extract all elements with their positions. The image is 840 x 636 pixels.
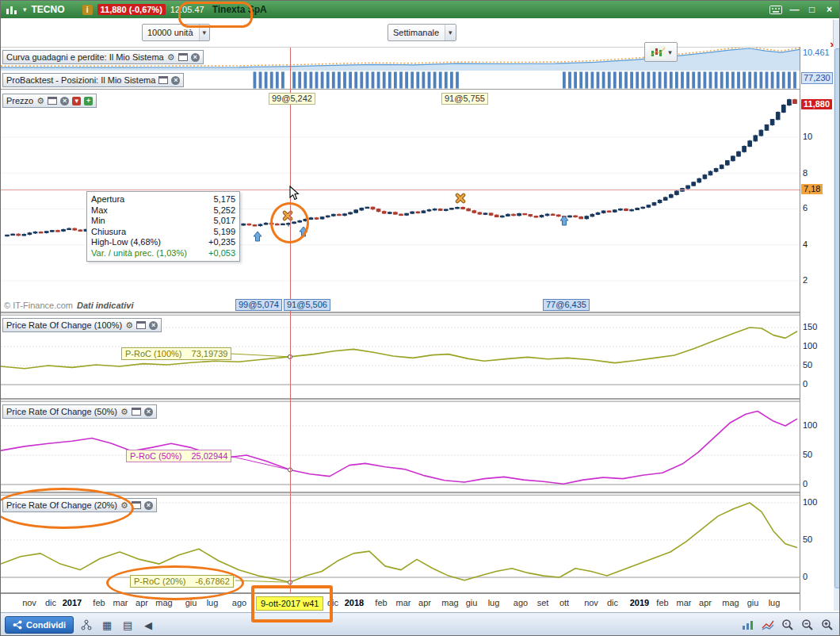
molecule-icon[interactable]: [78, 617, 94, 633]
scale-value: 100: [803, 420, 817, 431]
mini-chart-icon[interactable]: [6, 5, 18, 15]
title-bar: ▾ TECNO i 11,880 (-0,67%) 12.05.47 Tinex…: [1, 1, 839, 18]
time-axis[interactable]: 9-ott-2017 w41 novdic2017febmaraprmaggiu…: [1, 593, 800, 612]
date-label: ott: [551, 598, 578, 607]
chart-style-icon: [650, 46, 666, 59]
equity-panel-header[interactable]: Curva guadagni e perdite: Il Mio Sistema…: [2, 50, 204, 64]
date-label: apr: [411, 598, 438, 607]
sell-arrow-icon[interactable]: ▼: [72, 97, 81, 105]
chevron-down-icon[interactable]: ▾: [199, 25, 210, 40]
add-indicator-icon[interactable]: +: [84, 97, 93, 105]
price-panel-header[interactable]: Prezzo ⚙ × ▼ +: [2, 94, 97, 108]
position-label[interactable]: 99@5,074: [235, 299, 282, 311]
close-icon[interactable]: ×: [171, 76, 180, 85]
layout-icon[interactable]: ▤: [120, 617, 136, 633]
units-dropdown[interactable]: 10000 unità ▾: [142, 24, 210, 41]
scale-value: 0: [803, 379, 808, 389]
cursor-date-label: 9-ott-2017 w41: [256, 596, 323, 611]
maximize-button[interactable]: □: [807, 4, 817, 15]
zoom-in-icon[interactable]: [819, 617, 835, 633]
roc20-label-value: -6,67862: [195, 576, 229, 587]
timeframe-dropdown[interactable]: Settimanale ▾: [388, 24, 456, 41]
copyright-note: © IT-Finance.comDati indicativi: [4, 301, 134, 310]
minimize-button[interactable]: —: [789, 4, 800, 15]
quote-time: 12.05.47: [170, 5, 204, 14]
symbol-label[interactable]: TECNO: [32, 4, 65, 15]
window-icon[interactable]: [136, 321, 146, 329]
order-label[interactable]: 99@5,242: [269, 93, 315, 105]
scale-value: 100: [803, 341, 817, 351]
tooltip-row: Chiusura5,199: [91, 227, 235, 238]
symbol-dropdown-caret[interactable]: ▾: [23, 6, 27, 13]
price-change-badge: 11,880 (-0,67%): [97, 4, 166, 15]
zoom-out-icon[interactable]: [800, 617, 815, 633]
company-name: Tinexta SpA: [212, 4, 267, 15]
position-label[interactable]: 91@5,506: [284, 299, 330, 311]
roc20-panel-header[interactable]: Price Rate Of Change (20%) ⚙ ×: [2, 498, 157, 512]
scale-value: 150: [803, 322, 817, 332]
close-button[interactable]: ×: [824, 4, 834, 15]
order-label[interactable]: 91@5,755: [441, 93, 488, 105]
date-label: 2018: [341, 598, 368, 607]
roc100-label-value: 73,19739: [192, 348, 228, 359]
roc100-label-text: P-RoC (100%): [125, 348, 182, 359]
chevron-down-icon: ▾: [668, 48, 672, 56]
close-icon[interactable]: ×: [144, 501, 153, 510]
tooltip-row: Max5,252: [91, 205, 235, 216]
chart-pin-icon[interactable]: [740, 617, 756, 633]
chart-overlay-icon[interactable]: [760, 617, 776, 633]
position-label[interactable]: 77@6,435: [543, 299, 590, 311]
positions-panel-title: ProBacktest - Posizioni: Il Mio Sistema: [6, 75, 155, 85]
window-icon[interactable]: [48, 97, 57, 105]
buy-arrow-marker: [254, 232, 262, 241]
date-label: lug: [480, 598, 507, 607]
chart-style-button[interactable]: ▾: [644, 42, 678, 62]
vertical-scrollbar[interactable]: [833, 20, 840, 611]
share-button[interactable]: Condividi: [5, 616, 74, 634]
trading-app-window: ▾ TECNO i 11,880 (-0,67%) 12.05.47 Tinex…: [0, 0, 840, 636]
wrench-icon[interactable]: ⚙: [167, 52, 175, 62]
roc20-label-text: P-RoC (20%): [134, 576, 185, 587]
timeframe-dropdown-value: Settimanale: [393, 28, 439, 37]
scale-value: 7,18: [801, 184, 823, 194]
scale-value: 77,230: [801, 72, 833, 84]
zoom-back-icon[interactable]: [780, 617, 796, 633]
info-icon[interactable]: i: [82, 5, 93, 15]
roc100-panel-header[interactable]: Price Rate Of Change (100%) ⚙ ×: [2, 318, 162, 332]
window-icon[interactable]: [132, 501, 141, 509]
scale-value: 10.461: [803, 48, 830, 58]
scrollbar-thumb[interactable]: [834, 48, 840, 588]
collapse-left-icon[interactable]: ◀: [140, 617, 156, 633]
positions-panel-header[interactable]: ProBacktest - Posizioni: Il Mio Sistema …: [2, 73, 184, 87]
wrench-icon[interactable]: ⚙: [120, 500, 128, 510]
window-icon[interactable]: [158, 76, 168, 84]
crosshair-horizontal: [1, 190, 800, 190]
tooltip-row: High-Low (4,68%)+0,235: [91, 237, 235, 248]
roc100-value-label[interactable]: P-RoC (100%) 73,19739: [121, 347, 231, 360]
wrench-icon[interactable]: ⚙: [36, 96, 44, 105]
roc50-value-label[interactable]: P-RoC (50%) 25,02944: [126, 450, 231, 462]
window-icon[interactable]: [132, 408, 141, 416]
scale-value: 50: [803, 450, 812, 460]
roc50-panel-header[interactable]: Price Rate Of Change (50%) ⚙ ×: [2, 404, 157, 419]
roc20-value-label[interactable]: P-RoC (20%) -6,67862: [130, 575, 234, 588]
window-icon[interactable]: [178, 53, 188, 61]
close-icon[interactable]: ×: [144, 408, 153, 416]
keyboard-icon[interactable]: [769, 6, 782, 14]
close-icon[interactable]: ×: [191, 53, 200, 62]
price-scale[interactable]: 10.46177,23011,8801087,18642150100500100…: [800, 47, 834, 611]
close-icon[interactable]: ×: [149, 321, 158, 330]
table-icon[interactable]: ▦: [99, 617, 115, 633]
price-panel-title: Prezzo: [6, 96, 33, 105]
date-label: lug: [199, 598, 226, 607]
date-label: mag: [151, 598, 178, 607]
scale-value: 2: [803, 275, 808, 285]
close-icon[interactable]: ×: [60, 97, 69, 105]
mouse-cursor: [288, 186, 300, 201]
wrench-icon[interactable]: ⚙: [125, 320, 133, 330]
units-dropdown-value: 10000 unità: [147, 28, 193, 37]
wrench-icon[interactable]: ⚙: [120, 407, 128, 416]
chevron-down-icon[interactable]: ▾: [445, 25, 456, 40]
roc50-label-value: 25,02944: [191, 450, 227, 462]
share-nodes-icon: [13, 620, 22, 630]
